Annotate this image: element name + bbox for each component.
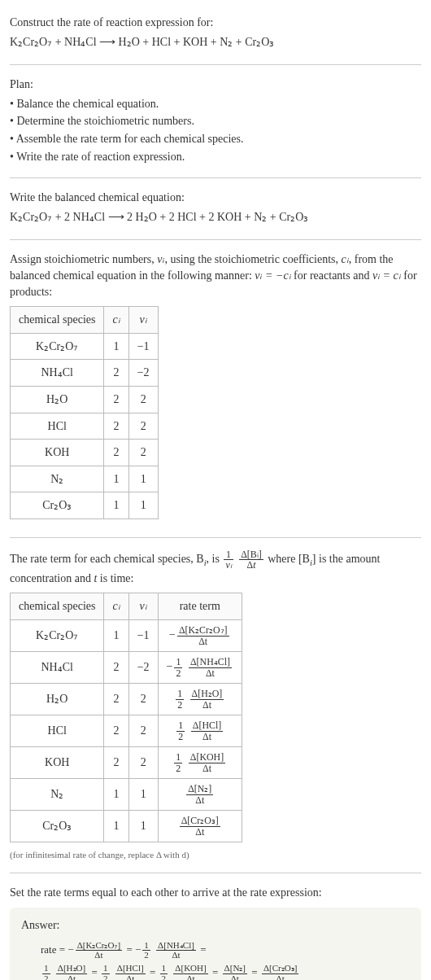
eq: =: [200, 943, 206, 956]
cell-c: 2: [104, 715, 128, 747]
num: Δ[Cr₂O₃]: [180, 816, 220, 827]
frac: Δ[KOH]Δt: [189, 752, 225, 773]
prefix: 12: [176, 689, 184, 710]
eq: =: [91, 966, 100, 978]
text: is time:: [97, 572, 133, 584]
table-row: N₂ 1 1 Δ[N₂]Δt: [11, 779, 242, 811]
cell-nu: −2: [128, 652, 158, 684]
ci-symbol: cᵢ: [342, 253, 349, 265]
rateterm-note: (for infinitesimal rate of change, repla…: [10, 849, 421, 861]
cell-species: K₂Cr₂O₇: [11, 620, 104, 652]
divider: [10, 239, 421, 240]
num: Δ[N₂]: [186, 784, 213, 795]
cell-c: 1: [104, 779, 128, 811]
cell-rate: 12 Δ[KOH]Δt: [158, 747, 242, 779]
answer-box: Answer: rate = −Δ[K₂Cr₂O₇]Δt = −12 Δ[NH₄…: [10, 908, 421, 980]
num: Δ[H₂O]: [190, 689, 224, 700]
den: Δt: [190, 700, 224, 711]
eq: =: [212, 966, 221, 978]
rateterm-intro: The rate term for each chemical species,…: [10, 549, 421, 587]
answer-label: Answer:: [21, 917, 410, 934]
plan-item: • Determine the stoichiometric numbers.: [10, 113, 421, 129]
cell-species: HCl: [11, 413, 104, 440]
unbalanced-equation: K₂Cr₂O₇ + NH₄Cl ⟶ H₂O + HCl + KOH + N₂ +…: [10, 34, 421, 50]
den: Δt: [239, 560, 263, 571]
cell-c: 1: [104, 333, 128, 360]
term: Δ[N₂]Δt: [221, 966, 249, 978]
cell-species: KOH: [11, 440, 104, 466]
text: Assign stoichiometric numbers,: [10, 253, 157, 265]
table-row: N₂11: [11, 466, 159, 492]
frac: Δ[NH₄Cl]Δt: [189, 657, 232, 678]
th-nu: νᵢ: [128, 307, 158, 334]
prefix: 12: [174, 752, 182, 773]
balanced-title: Write the balanced chemical equation:: [10, 190, 421, 206]
den: Δt: [189, 668, 232, 679]
cell-nu: −1: [128, 333, 158, 360]
term: −12 Δ[NH₄Cl]Δt: [135, 943, 198, 956]
plan-item: • Balance the chemical equation.: [10, 96, 421, 112]
cell-c: 2: [104, 360, 128, 387]
cell-nu: 1: [128, 779, 158, 811]
cell-nu: −1: [128, 620, 158, 652]
th-species: chemical species: [11, 307, 104, 334]
stoich-section: Assign stoichiometric numbers, νᵢ, using…: [10, 245, 421, 532]
table-row: HCl22: [11, 413, 159, 440]
stoich-intro: Assign stoichiometric numbers, νᵢ, using…: [10, 252, 421, 300]
cell-c: 1: [104, 620, 128, 652]
divider: [10, 64, 421, 65]
den: Δt: [191, 732, 223, 742]
cell-nu: 1: [128, 466, 158, 492]
text: , is: [207, 553, 223, 565]
cell-nu: 2: [128, 440, 158, 466]
cell-species: NH₄Cl: [11, 652, 104, 684]
den: Δt: [189, 763, 225, 774]
table-row: H₂O 2 2 12 Δ[H₂O]Δt: [11, 684, 242, 715]
table-row: K₂Cr₂O₇ 1 −1 −Δ[K₂Cr₂O₇]Δt: [11, 620, 242, 652]
frac: Δ[K₂Cr₂O₇]Δt: [177, 625, 229, 646]
th-ci: cᵢ: [104, 593, 128, 620]
cell-species: Cr₂O₃: [11, 492, 104, 519]
cell-nu: 2: [128, 386, 158, 413]
frac-one-over-nu: 1νᵢ: [224, 549, 233, 571]
term: 12 Δ[KOH]Δt: [159, 966, 210, 978]
cell-nu: 2: [128, 684, 158, 715]
cell-c: 2: [104, 652, 128, 684]
table-row: KOH 2 2 12 Δ[KOH]Δt: [11, 747, 242, 779]
num: Δ[KOH]: [189, 752, 225, 763]
cell-species: H₂O: [11, 684, 104, 715]
table-row: KOH22: [11, 440, 159, 466]
term: 12 Δ[HCl]Δt: [100, 966, 147, 978]
den: Δt: [186, 795, 213, 806]
divider: [10, 537, 421, 538]
cell-species: Cr₂O₃: [11, 811, 104, 842]
question-section: Construct the rate of reaction expressio…: [10, 8, 421, 59]
eq: =: [126, 943, 135, 956]
text: , using the stoichiometric coefficients,: [164, 253, 341, 265]
plan-list: • Balance the chemical equation. • Deter…: [10, 96, 421, 164]
den: νᵢ: [224, 560, 233, 571]
cell-nu: −2: [128, 360, 158, 387]
divider: [10, 873, 421, 873]
frac: Δ[HCl]Δt: [191, 720, 223, 742]
text: The rate term for each chemical species,…: [10, 553, 204, 565]
answer-rate: rate = −Δ[K₂Cr₂O₇]Δt = −12 Δ[NH₄Cl]Δt = …: [41, 938, 410, 980]
term: 12 Δ[H₂O]Δt: [41, 966, 89, 978]
eq-reactants: νᵢ = −cᵢ: [255, 269, 290, 282]
cell-rate: −Δ[K₂Cr₂O₇]Δt: [158, 620, 242, 652]
eq: =: [251, 966, 260, 978]
cell-rate: 12 Δ[H₂O]Δt: [158, 684, 242, 715]
frac: Δ[N₂]Δt: [186, 784, 213, 805]
plan-item: • Write the rate of reaction expression.: [10, 149, 421, 165]
num: Δ[HCl]: [191, 720, 223, 732]
th-rate: rate term: [158, 593, 242, 620]
setequal-text: Set the rate terms equal to each other t…: [10, 885, 421, 901]
question-prompt: Construct the rate of reaction expressio…: [10, 15, 421, 31]
cell-nu: 1: [128, 492, 158, 519]
table-row: Cr₂O₃11: [11, 492, 159, 519]
text: for reactants and: [291, 269, 372, 282]
plan-title: Plan:: [10, 77, 421, 93]
num: Δ[Bᵢ]: [239, 549, 263, 561]
cell-species: H₂O: [11, 386, 104, 413]
den: Δt: [180, 827, 220, 838]
